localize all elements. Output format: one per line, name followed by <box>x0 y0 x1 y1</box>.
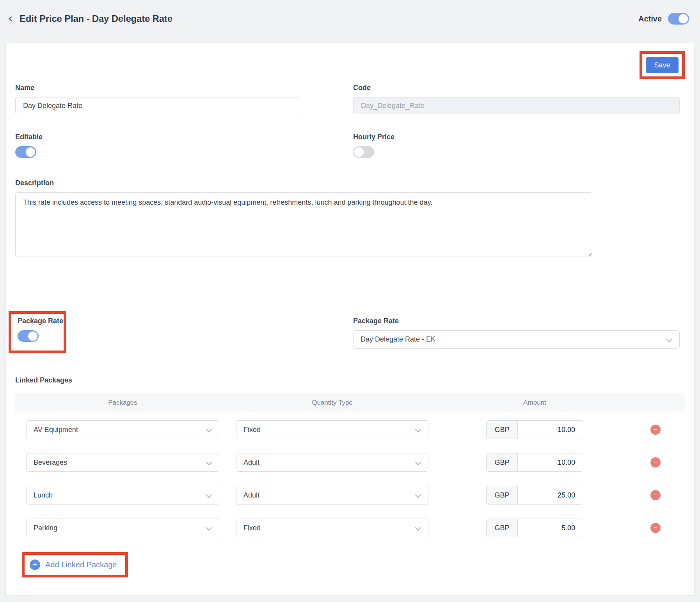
chevron-down-icon <box>416 460 420 464</box>
add-linked-package-button[interactable]: Add Linked Package <box>45 560 117 569</box>
description-textarea[interactable]: This rate includes access to meeting spa… <box>15 192 592 257</box>
amount-field: GBP <box>486 453 583 472</box>
active-toggle[interactable] <box>668 13 689 25</box>
package-select-value: Beverages <box>34 459 67 467</box>
toggles-row: Editable Hourly Price <box>15 133 685 159</box>
amount-input[interactable] <box>518 519 583 537</box>
chevron-down-icon <box>667 337 672 342</box>
hourly-price-field-group: Hourly Price <box>353 133 680 159</box>
package-select[interactable]: Parking <box>26 519 219 537</box>
package-rate-select-label: Package Rate <box>353 317 680 325</box>
package-rate-toggle-label: Package Rate <box>18 317 64 325</box>
currency-prefix: GBP <box>486 453 518 472</box>
save-annotation-box: Save <box>640 51 685 79</box>
package-select-value: Parking <box>34 524 57 532</box>
chevron-down-icon <box>416 493 420 497</box>
chevron-down-icon <box>416 427 420 432</box>
page-header: ‹ Edit Price Plan - Day Delegate Rate Ac… <box>0 0 700 43</box>
quantity-type-select[interactable]: Adult <box>236 486 428 505</box>
amount-input[interactable] <box>518 420 583 439</box>
table-row: Lunch Adult GBP − <box>15 486 685 505</box>
chevron-down-icon <box>207 526 211 530</box>
linked-packages-rows: AV Equipment Fixed GBP − Beverages <box>15 420 685 537</box>
name-field-group: Name <box>15 84 300 114</box>
currency-prefix: GBP <box>486 486 518 505</box>
column-header-amount: Amount <box>486 399 583 407</box>
linked-packages-table-header: Packages Quantity Type Amount <box>15 393 685 413</box>
column-header-packages: Packages <box>26 399 219 407</box>
save-button[interactable]: Save <box>646 57 679 73</box>
editable-label: Editable <box>15 133 300 141</box>
linked-packages-title: Linked Packages <box>15 376 685 384</box>
package-rate-select[interactable]: Day Delegate Rate - EK <box>353 330 680 349</box>
hourly-price-toggle[interactable] <box>353 146 374 158</box>
amount-field: GBP <box>486 420 583 439</box>
plus-icon: + <box>30 560 40 570</box>
amount-field: GBP <box>486 519 583 537</box>
chevron-down-icon <box>207 427 211 432</box>
page-title: Edit Price Plan - Day Delegate Rate <box>20 13 172 24</box>
package-rate-row: Package Rate Package Rate Day Delegate R… <box>15 311 685 353</box>
table-row: AV Equipment Fixed GBP − <box>15 420 685 439</box>
code-field-group: Code <box>353 84 680 114</box>
toggle-knob <box>679 14 688 23</box>
name-code-row: Name Code <box>15 84 685 114</box>
package-select-value: Lunch <box>34 491 53 499</box>
description-label: Description <box>15 179 685 187</box>
quantity-type-select-value: Adult <box>243 491 259 499</box>
code-input <box>353 97 680 114</box>
currency-prefix: GBP <box>486 519 518 537</box>
active-label: Active <box>638 14 662 23</box>
package-select[interactable]: Beverages <box>26 453 219 472</box>
header-right: Active <box>638 13 689 25</box>
add-linked-package-annotation-box: + Add Linked Package <box>22 552 128 577</box>
code-label: Code <box>353 84 680 92</box>
hourly-price-label: Hourly Price <box>353 133 680 141</box>
edit-price-plan-card: Save Name Code Editable Hourly Price Des… <box>5 43 695 596</box>
save-row: Save <box>15 51 685 79</box>
amount-input[interactable] <box>518 486 583 505</box>
column-header-quantity-type: Quantity Type <box>236 399 428 407</box>
remove-row-button[interactable]: − <box>650 523 661 533</box>
table-row: Beverages Adult GBP − <box>15 453 685 472</box>
remove-row-button[interactable]: − <box>650 457 661 467</box>
remove-row-button[interactable]: − <box>650 425 661 435</box>
toggle-knob <box>26 147 35 157</box>
back-icon[interactable]: ‹ <box>9 12 12 24</box>
package-rate-select-group: Package Rate Day Delegate Rate - EK <box>353 311 680 353</box>
currency-prefix: GBP <box>486 420 518 439</box>
amount-field: GBP <box>486 486 583 505</box>
name-input[interactable] <box>15 97 300 114</box>
package-select[interactable]: Lunch <box>26 486 219 505</box>
toggle-knob <box>354 147 364 157</box>
amount-input[interactable] <box>518 453 583 472</box>
quantity-type-select[interactable]: Fixed <box>236 420 428 439</box>
chevron-down-icon <box>207 493 211 497</box>
editable-field-group: Editable <box>15 133 300 159</box>
quantity-type-select-value: Fixed <box>243 524 261 532</box>
name-label: Name <box>15 84 300 92</box>
package-select[interactable]: AV Equipment <box>26 420 219 439</box>
quantity-type-select[interactable]: Adult <box>236 453 428 472</box>
quantity-type-select[interactable]: Fixed <box>236 519 428 537</box>
description-section: Description This rate includes access to… <box>15 179 685 259</box>
package-rate-annotation-box: Package Rate <box>9 311 66 353</box>
table-row: Parking Fixed GBP − <box>15 519 685 537</box>
quantity-type-select-value: Adult <box>243 459 259 467</box>
remove-row-button[interactable]: − <box>650 490 661 500</box>
toggle-knob <box>28 331 37 341</box>
quantity-type-select-value: Fixed <box>243 426 261 434</box>
chevron-down-icon <box>416 526 420 530</box>
editable-toggle[interactable] <box>15 146 36 158</box>
package-rate-toggle[interactable] <box>18 330 39 342</box>
chevron-down-icon <box>207 460 211 464</box>
package-rate-select-value: Day Delegate Rate - EK <box>361 335 435 343</box>
package-select-value: AV Equipment <box>34 426 78 434</box>
linked-packages-section: Linked Packages Packages Quantity Type A… <box>15 376 685 577</box>
